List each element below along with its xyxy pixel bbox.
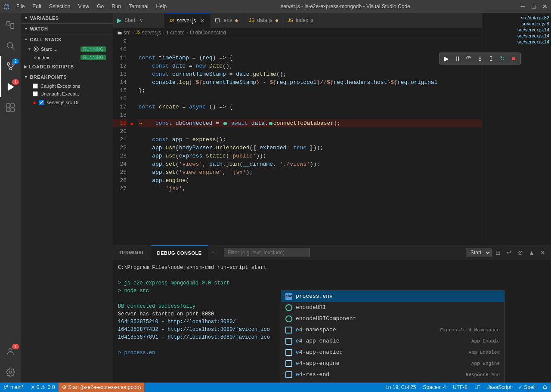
breakpoints-section: ▼ BREAKPOINTS Caught Exceptions Uncaught…	[21, 72, 113, 383]
reference-link[interactable]: src/data.js:82	[483, 15, 551, 21]
breadcrumb-src[interactable]: src	[117, 30, 130, 36]
reference-link[interactable]: src/server.js:14	[483, 39, 551, 45]
debug-restart-btn[interactable]: ↻	[497, 53, 508, 64]
code-editor[interactable]: 9 10 11 12 13 14 15 16 17 18 19 20 21 22	[113, 37, 525, 245]
menu-edit[interactable]: Edit	[29, 3, 45, 10]
activity-explorer[interactable]	[0, 15, 21, 35]
autocomplete-item[interactable]: encodeURI	[281, 302, 504, 313]
status-spell[interactable]: ✓ Spell	[515, 383, 539, 392]
autocomplete-item[interactable]: e4-res-endResponse End	[281, 369, 504, 380]
minimize-button[interactable]: ─	[521, 3, 525, 10]
menu-run[interactable]: Run	[108, 3, 124, 10]
code-line-26: app.engine(	[139, 176, 525, 185]
breadcrumb-sep-1: ›	[132, 30, 134, 36]
status-line-ending[interactable]: LF	[471, 383, 484, 392]
menu-help[interactable]: Help	[153, 3, 170, 10]
code-line-24: app.set('views', path.join(__dirname, '.…	[139, 160, 525, 168]
autocomplete-item[interactable]: encodeURIComponent	[281, 313, 504, 324]
uncaught-exceptions-checkbox[interactable]	[33, 91, 38, 96]
callstack-item-0[interactable]: index... RUNNING	[21, 53, 113, 62]
menu-file[interactable]: File	[13, 3, 28, 10]
debug-stop-btn[interactable]: ■	[508, 53, 519, 64]
autocomplete-dropdown[interactable]: abcprocess.envencodeURIencodeURIComponen…	[281, 290, 505, 383]
titlebar: ⌬ File Edit Selection View Go Run Termin…	[0, 0, 551, 13]
status-spaces[interactable]: Spaces: 4	[420, 383, 449, 392]
loaded-scripts-header[interactable]: ▶ LOADED SCRIPTS	[21, 62, 113, 72]
loaded-scripts-label: LOADED SCRIPTS	[29, 64, 74, 69]
autocomplete-item[interactable]: e4-app-engineApp Engine	[281, 358, 504, 369]
debug-step-over-btn[interactable]	[464, 53, 474, 64]
panel-tab-more[interactable]: ···	[208, 245, 220, 260]
menu-go[interactable]: Go	[93, 3, 107, 10]
variables-header[interactable]: ▼ VARIABLES	[21, 13, 113, 23]
breadcrumb-dbconnected[interactable]: ⬡ dbConnected	[190, 30, 226, 36]
debug-step-out-btn[interactable]	[486, 53, 496, 64]
status-language[interactable]: JavaScript	[484, 383, 515, 392]
panel-expand-btn[interactable]: ▲	[527, 248, 536, 257]
panel-session-select[interactable]: Start	[466, 248, 492, 257]
env-file-icon	[215, 18, 220, 23]
tab-data-js[interactable]: JS data.js ●	[245, 13, 284, 28]
autocomplete-item[interactable]: e4-app-enableApp Enable	[281, 336, 504, 347]
menu-terminal[interactable]: Terminal	[125, 3, 152, 10]
debug-badge: 1	[12, 79, 19, 85]
tab-server-js-close[interactable]: ✕	[199, 17, 206, 24]
tab-server-js[interactable]: JS server.js ✕	[164, 13, 210, 28]
breakpoints-header[interactable]: ▼ BREAKPOINTS	[21, 72, 113, 82]
code-line-9	[139, 37, 525, 46]
breadcrumb-server-js[interactable]: JS server.js	[136, 30, 161, 36]
activity-extensions[interactable]	[0, 97, 21, 118]
statusbar: main* ✕ 0 ⚠ 0 0 ⚙ Start (js-e2e-express-…	[0, 383, 551, 392]
autocomplete-item[interactable]: e4-app-enabledApp Enabled	[281, 347, 504, 358]
callstack-header[interactable]: ▼ CALL STACK	[21, 34, 113, 45]
panel-close-btn[interactable]: ✕	[538, 248, 548, 257]
caught-exceptions-checkbox[interactable]	[33, 83, 38, 89]
debug-step-into-btn[interactable]	[475, 53, 485, 64]
breakpoint-indicator: ●	[130, 119, 137, 127]
tab-start[interactable]: ▶ Start ∨	[113, 13, 164, 28]
activity-search[interactable]	[0, 35, 21, 56]
status-position[interactable]: Ln 19, Col 25	[382, 383, 419, 392]
menu-selection[interactable]: Selection	[46, 3, 74, 10]
status-encoding[interactable]: UTF-8	[449, 383, 471, 392]
watch-header[interactable]: ▼ WATCH	[21, 24, 113, 34]
tab-start-dropdown[interactable]: ∨	[139, 17, 143, 23]
status-notifications[interactable]	[539, 383, 551, 392]
status-errors[interactable]: ✕ 0 ⚠ 0 0	[27, 383, 59, 392]
debug-pause-btn[interactable]: ⏸	[452, 53, 463, 64]
autocomplete-item-icon	[285, 327, 292, 333]
activity-scm[interactable]: 2	[0, 56, 21, 77]
tab-index-js[interactable]: JS index.js	[283, 13, 318, 28]
panel-clear-btn[interactable]: ⊘	[516, 248, 525, 257]
autocomplete-item[interactable]: e4-namespaceExpressJs 4 Namespace	[281, 324, 504, 336]
code-line-15: };	[139, 86, 525, 95]
panel-tab-debug-console[interactable]: DEBUG CONSOLE	[151, 245, 208, 260]
tab-env[interactable]: .env ●	[210, 13, 245, 28]
panel-wrap-btn[interactable]: ↵	[505, 248, 514, 257]
titlebar-title: server.js - js-e2e-express-mongodb - Vis…	[281, 3, 410, 9]
panel-tab-terminal[interactable]: TERMINAL	[113, 245, 151, 260]
activity-debug[interactable]: 1	[0, 77, 21, 97]
menu-view[interactable]: View	[74, 3, 93, 10]
close-button[interactable]: ✕	[542, 3, 548, 10]
breakpoint-item-uncaught: Uncaught Except...	[21, 90, 113, 98]
callstack-group-start[interactable]: ▼ Start: ... RUNNING	[21, 45, 113, 53]
status-debug[interactable]: ⚙ Start (js-e2e-express-mongodb)	[59, 383, 145, 392]
maximize-button[interactable]: □	[532, 3, 536, 10]
language-label: JavaScript	[487, 384, 511, 390]
autocomplete-item[interactable]: e4-404-handler404 Not Found	[281, 380, 504, 383]
reference-link[interactable]: src/index.js:8	[483, 21, 551, 27]
breadcrumb-create[interactable]: ƒ create	[166, 30, 184, 36]
reference-link[interactable]: src/server.js:14	[483, 33, 551, 39]
activity-settings[interactable]	[0, 362, 21, 383]
autocomplete-item[interactable]: abcprocess.env	[281, 291, 504, 302]
status-branch[interactable]: main*	[0, 383, 27, 392]
code-content[interactable]: const timeStamp = (req) => { const date …	[137, 37, 525, 245]
panel-filter-input[interactable]	[224, 248, 310, 257]
reference-link[interactable]: src/server.js:14	[483, 27, 551, 33]
panel-filter-btn[interactable]: ⊟	[493, 248, 503, 257]
server-breakpoint-checkbox[interactable]	[39, 100, 44, 105]
activity-accounts[interactable]: 1	[0, 341, 21, 362]
autocomplete-item-desc: App Enabled	[468, 348, 500, 357]
debug-continue-btn[interactable]: ▶	[441, 53, 452, 64]
